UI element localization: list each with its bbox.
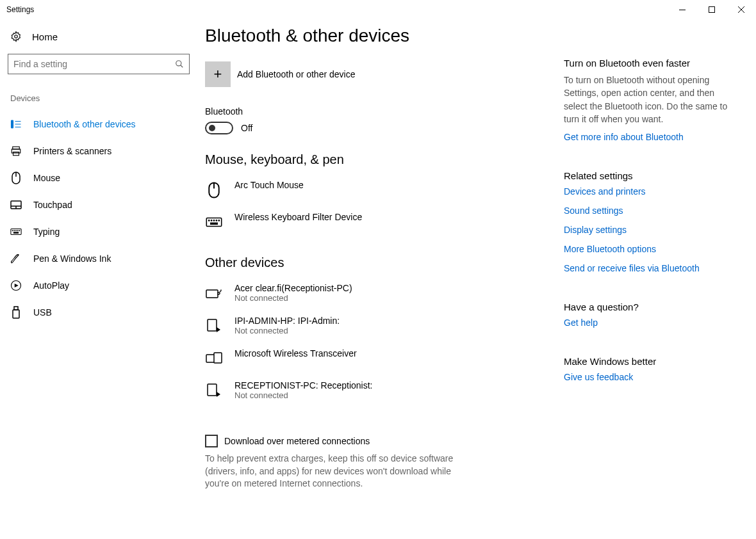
search-input[interactable] (13, 59, 175, 69)
device-status: Not connected (234, 293, 352, 303)
printer-icon (10, 145, 22, 157)
svg-rect-25 (206, 218, 221, 227)
svg-rect-32 (206, 290, 218, 298)
svg-point-14 (12, 230, 13, 231)
svg-point-16 (16, 230, 17, 231)
svg-rect-35 (214, 353, 222, 363)
gear-icon (10, 31, 22, 42)
sidebar-heading: Devices (8, 93, 190, 103)
svg-rect-36 (208, 384, 217, 396)
faster-heading: Turn on Bluetooth even faster (564, 58, 737, 68)
svg-point-28 (213, 220, 214, 221)
bluetooth-toggle[interactable] (205, 122, 233, 134)
svg-point-3 (176, 61, 181, 66)
window-controls (668, 0, 756, 19)
svg-rect-19 (13, 232, 18, 233)
window-title: Settings (6, 5, 34, 14)
svg-rect-13 (11, 229, 21, 235)
close-button[interactable] (727, 0, 756, 19)
sidebar-item-label: Pen & Windows Ink (33, 253, 111, 264)
sidebar-item-typing[interactable]: Typing (8, 218, 190, 245)
bluetooth-state: Off (241, 123, 252, 133)
add-device-button[interactable]: + Add Bluetooth or other device (205, 61, 564, 87)
related-link-more-bluetooth[interactable]: More Bluetooth options (564, 244, 737, 254)
mouse-device-icon (205, 181, 223, 199)
svg-rect-33 (208, 319, 217, 331)
device-name: IPI-ADMIN-HP: IPI-Admin: (234, 316, 340, 326)
titlebar: Settings (0, 0, 756, 19)
other-section-title: Other devices (205, 255, 564, 270)
home-label: Home (32, 31, 58, 42)
device-name: Microsoft Wireless Transceiver (234, 348, 357, 358)
plus-icon: + (205, 61, 231, 87)
sidebar-item-bluetooth[interactable]: Bluetooth & other devices (8, 111, 190, 138)
sidebar-item-printers[interactable]: Printers & scanners (8, 138, 190, 165)
svg-point-29 (216, 220, 217, 221)
svg-rect-22 (13, 310, 19, 318)
device-status: Not connected (234, 326, 340, 335)
faster-link[interactable]: Get more info about Bluetooth (564, 132, 737, 142)
bluetooth-list-icon (10, 118, 22, 130)
svg-point-17 (17, 230, 18, 231)
sidebar-item-label: Touchpad (33, 200, 72, 210)
svg-rect-4 (12, 120, 13, 128)
sidebar-item-mouse[interactable]: Mouse (8, 165, 190, 191)
search-box[interactable] (8, 54, 190, 74)
sidebar-item-pen[interactable]: Pen & Windows Ink (8, 245, 190, 272)
sidebar-item-label: Printers & scanners (33, 146, 111, 156)
keyboard-device-icon (205, 213, 223, 231)
sidebar: Home Devices Bluetooth & other devices P… (0, 19, 205, 539)
usb-icon (10, 307, 22, 318)
svg-point-15 (14, 230, 15, 231)
device-status: Not connected (234, 390, 373, 400)
svg-point-30 (218, 220, 219, 221)
svg-rect-1 (709, 7, 715, 13)
sidebar-item-label: AutoPlay (33, 280, 69, 291)
play-device-icon (205, 317, 223, 335)
keyboard-icon (10, 226, 22, 237)
svg-point-26 (209, 220, 210, 221)
home-button[interactable]: Home (8, 19, 190, 54)
device-name: Wireless Keyboard Filter Device (234, 212, 362, 222)
search-icon (175, 60, 184, 68)
sidebar-item-usb[interactable]: USB (8, 299, 190, 326)
metered-checkbox[interactable] (205, 435, 218, 447)
svg-point-27 (211, 220, 211, 221)
related-link-sound[interactable]: Sound settings (564, 205, 737, 216)
device-row[interactable]: Arc Touch Mouse (205, 173, 564, 205)
sidebar-item-label: USB (33, 307, 52, 318)
sidebar-item-label: Bluetooth & other devices (33, 119, 136, 129)
device-row[interactable]: RECEPTIONIST-PC: Receptionist: Not conne… (205, 374, 564, 406)
device-row[interactable]: IPI-ADMIN-HP: IPI-Admin: Not connected (205, 309, 564, 342)
related-link-send-receive[interactable]: Send or receive files via Bluetooth (564, 263, 737, 273)
maximize-button[interactable] (697, 0, 727, 19)
device-row[interactable]: Wireless Keyboard Filter Device (205, 205, 564, 237)
better-heading: Make Windows better (564, 356, 737, 367)
related-link-display[interactable]: Display settings (564, 225, 737, 235)
sidebar-item-label: Typing (33, 227, 60, 237)
metered-checkbox-label: Download over metered connections (224, 436, 370, 446)
svg-point-2 (15, 35, 18, 38)
autoplay-icon (10, 280, 22, 291)
svg-rect-31 (211, 223, 217, 224)
feedback-link[interactable]: Give us feedback (564, 372, 737, 382)
question-heading: Have a question? (564, 302, 737, 312)
get-help-link[interactable]: Get help (564, 318, 737, 328)
device-name: RECEPTIONIST-PC: Receptionist: (234, 380, 373, 390)
faster-description: To turn on Bluetooth without opening Set… (564, 74, 737, 125)
sidebar-item-autoplay[interactable]: AutoPlay (8, 272, 190, 299)
svg-point-18 (19, 230, 20, 231)
sidebar-item-touchpad[interactable]: Touchpad (8, 191, 190, 218)
minimize-button[interactable] (668, 0, 697, 19)
svg-rect-0 (679, 10, 686, 10)
metered-description: To help prevent extra charges, keep this… (205, 453, 474, 490)
add-device-label: Add Bluetooth or other device (237, 69, 355, 79)
related-link-devices-printers[interactable]: Devices and printers (564, 186, 737, 197)
page-title: Bluetooth & other devices (205, 26, 564, 46)
device-row[interactable]: Microsoft Wireless Transceiver (205, 342, 564, 374)
pen-icon (10, 253, 22, 264)
play-device-icon (205, 382, 223, 399)
multi-device-icon (205, 350, 223, 367)
device-row[interactable]: Acer clear.fi(Receptionist-PC) Not conne… (205, 277, 564, 309)
device-name: Acer clear.fi(Receptionist-PC) (234, 283, 352, 293)
